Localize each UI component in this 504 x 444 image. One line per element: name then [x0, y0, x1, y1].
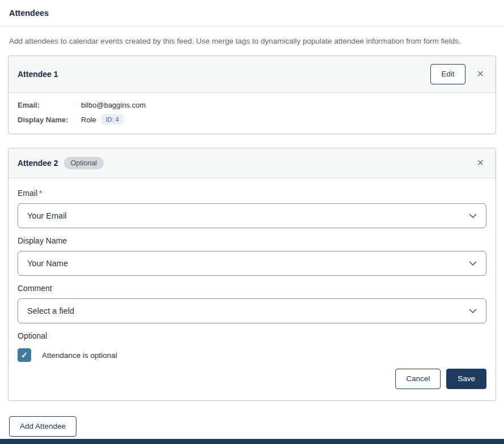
attendance-optional-label: Attendance is optional — [42, 351, 117, 360]
remove-attendee-2-button[interactable]: ✕ — [475, 156, 486, 170]
email-select-value: Your Email — [27, 211, 67, 220]
display-name-field-group: Display Name Your Name — [18, 236, 486, 276]
detail-row-display-name: Display Name: Role ID: 4 — [18, 113, 486, 126]
optional-field-label: Optional — [18, 331, 486, 340]
email-select[interactable]: Your Email — [18, 203, 486, 228]
detail-value: bilbo@baggins.com — [81, 101, 146, 109]
attendee-2-card: Attendee 2 Optional ✕ Email* Your Email … — [8, 148, 496, 401]
detail-value-text: Role — [81, 116, 96, 124]
attendee-1-details: Email: bilbo@baggins.com Display Name: R… — [8, 93, 496, 134]
chevron-down-icon — [469, 261, 477, 266]
detail-label: Display Name: — [18, 116, 81, 124]
label-text: Comment — [18, 284, 52, 293]
attendee-2-form: Email* Your Email Display Name Your Name — [8, 178, 496, 400]
panel-description: Add attendees to calendar events created… — [0, 27, 504, 56]
page-title: Attendees — [9, 8, 49, 18]
comment-select[interactable]: Select a field — [18, 298, 486, 323]
display-name-select[interactable]: Your Name — [18, 251, 486, 276]
attendee-2-title: Attendee 2 — [18, 159, 58, 168]
detail-row-email: Email: bilbo@baggins.com — [18, 100, 486, 110]
optional-badge: Optional — [64, 157, 104, 169]
optional-checkbox-row: ✓ Attendance is optional — [18, 348, 486, 362]
label-text: Email — [18, 189, 37, 198]
next-section-bar — [0, 439, 504, 444]
panel-header: Attendees — [0, 0, 504, 27]
display-name-field-label: Display Name — [18, 236, 486, 245]
attendance-optional-checkbox[interactable]: ✓ — [18, 348, 31, 362]
optional-field-group: Optional ✓ Attendance is optional — [18, 331, 486, 362]
field-id-badge: ID: 4 — [101, 114, 123, 125]
remove-attendee-1-button[interactable]: ✕ — [475, 67, 486, 81]
comment-field-group: Comment Select a field — [18, 284, 486, 323]
label-text: Display Name — [18, 236, 67, 245]
email-field-label: Email* — [18, 189, 486, 198]
attendee-1-header: Attendee 1 Edit ✕ — [8, 56, 496, 93]
email-field-group: Email* Your Email — [18, 189, 486, 228]
edit-attendee-1-button[interactable]: Edit — [430, 64, 465, 84]
chevron-down-icon — [469, 214, 477, 219]
attendee-2-header: Attendee 2 Optional ✕ — [8, 148, 496, 178]
attendee-1-card: Attendee 1 Edit ✕ Email: bilbo@baggins.c… — [8, 56, 496, 134]
close-icon: ✕ — [477, 158, 484, 168]
required-asterisk: * — [39, 189, 42, 198]
comment-select-value: Select a field — [27, 306, 74, 315]
chevron-down-icon — [469, 309, 477, 314]
attendee-1-title: Attendee 1 — [18, 70, 58, 79]
close-icon: ✕ — [477, 69, 484, 79]
save-button[interactable]: Save — [446, 369, 486, 389]
checkmark-icon: ✓ — [21, 350, 28, 360]
detail-value: Role ID: 4 — [81, 114, 123, 125]
cancel-button[interactable]: Cancel — [395, 369, 441, 389]
add-attendee-row: Add Attendee — [9, 416, 495, 437]
detail-label: Email: — [18, 101, 81, 109]
attendee-2-actions: Cancel Save — [18, 369, 486, 389]
comment-field-label: Comment — [18, 284, 486, 293]
display-name-select-value: Your Name — [27, 259, 68, 268]
add-attendee-button[interactable]: Add Attendee — [9, 416, 76, 437]
